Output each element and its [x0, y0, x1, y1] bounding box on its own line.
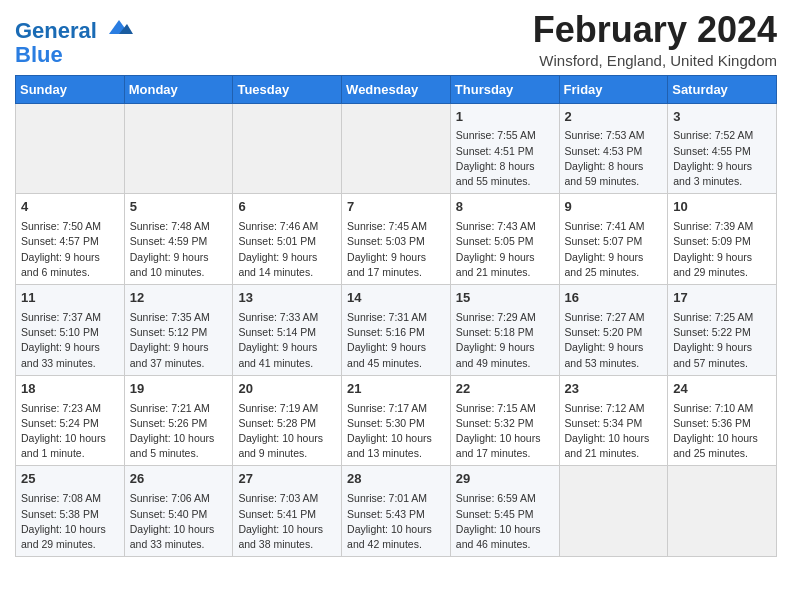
cell-info: and 29 minutes.: [21, 537, 119, 552]
cell-info: Sunrise: 7:39 AM: [673, 219, 771, 234]
cell-info: Daylight: 10 hours: [347, 431, 445, 446]
cell-info: and 41 minutes.: [238, 356, 336, 371]
cell-info: Sunrise: 7:17 AM: [347, 401, 445, 416]
calendar-cell: 19Sunrise: 7:21 AMSunset: 5:26 PMDayligh…: [124, 375, 233, 466]
cell-info: Daylight: 10 hours: [21, 431, 119, 446]
cell-info: and 38 minutes.: [238, 537, 336, 552]
logo-line2: Blue: [15, 42, 63, 67]
calendar-cell: 18Sunrise: 7:23 AMSunset: 5:24 PMDayligh…: [16, 375, 125, 466]
day-number: 6: [238, 198, 336, 217]
week-row-2: 4Sunrise: 7:50 AMSunset: 4:57 PMDaylight…: [16, 194, 777, 285]
calendar-cell: 15Sunrise: 7:29 AMSunset: 5:18 PMDayligh…: [450, 285, 559, 376]
cell-info: Sunrise: 7:55 AM: [456, 128, 554, 143]
cell-info: Daylight: 9 hours: [21, 340, 119, 355]
cell-info: Daylight: 8 hours: [565, 159, 663, 174]
cell-info: Sunrise: 7:31 AM: [347, 310, 445, 325]
calendar-cell: [233, 103, 342, 194]
calendar-cell: 13Sunrise: 7:33 AMSunset: 5:14 PMDayligh…: [233, 285, 342, 376]
day-number: 7: [347, 198, 445, 217]
day-number: 9: [565, 198, 663, 217]
cell-info: Sunset: 4:55 PM: [673, 144, 771, 159]
cell-info: and 21 minutes.: [456, 265, 554, 280]
calendar-cell: 23Sunrise: 7:12 AMSunset: 5:34 PMDayligh…: [559, 375, 668, 466]
day-number: 17: [673, 289, 771, 308]
cell-info: Sunset: 5:24 PM: [21, 416, 119, 431]
cell-info: Sunset: 5:16 PM: [347, 325, 445, 340]
cell-info: Daylight: 10 hours: [347, 522, 445, 537]
cell-info: and 1 minute.: [21, 446, 119, 461]
header-monday: Monday: [124, 75, 233, 103]
cell-info: Daylight: 9 hours: [456, 340, 554, 355]
calendar-cell: 12Sunrise: 7:35 AMSunset: 5:12 PMDayligh…: [124, 285, 233, 376]
cell-info: and 17 minutes.: [456, 446, 554, 461]
logo-text: General Blue: [15, 16, 133, 67]
cell-info: Daylight: 9 hours: [347, 340, 445, 355]
cell-info: Sunrise: 7:41 AM: [565, 219, 663, 234]
cell-info: Sunrise: 7:03 AM: [238, 491, 336, 506]
cell-info: and 6 minutes.: [21, 265, 119, 280]
cell-info: Sunrise: 7:19 AM: [238, 401, 336, 416]
cell-info: and 55 minutes.: [456, 174, 554, 189]
calendar-cell: [124, 103, 233, 194]
cell-info: Daylight: 10 hours: [130, 522, 228, 537]
cell-info: Sunrise: 7:35 AM: [130, 310, 228, 325]
logo-icon: [105, 16, 133, 38]
logo-line1: General: [15, 18, 97, 43]
cell-info: and 10 minutes.: [130, 265, 228, 280]
cell-info: and 59 minutes.: [565, 174, 663, 189]
calendar-cell: 29Sunrise: 6:59 AMSunset: 5:45 PMDayligh…: [450, 466, 559, 557]
cell-info: Sunset: 5:32 PM: [456, 416, 554, 431]
calendar-cell: 6Sunrise: 7:46 AMSunset: 5:01 PMDaylight…: [233, 194, 342, 285]
header-saturday: Saturday: [668, 75, 777, 103]
day-number: 23: [565, 380, 663, 399]
cell-info: and 5 minutes.: [130, 446, 228, 461]
cell-info: Sunrise: 7:33 AM: [238, 310, 336, 325]
cell-info: Sunrise: 7:15 AM: [456, 401, 554, 416]
day-number: 1: [456, 108, 554, 127]
day-number: 27: [238, 470, 336, 489]
cell-info: Sunset: 4:57 PM: [21, 234, 119, 249]
cell-info: Daylight: 9 hours: [565, 340, 663, 355]
cell-info: Sunrise: 7:21 AM: [130, 401, 228, 416]
cell-info: Daylight: 10 hours: [130, 431, 228, 446]
cell-info: Daylight: 9 hours: [21, 250, 119, 265]
day-number: 20: [238, 380, 336, 399]
calendar-cell: 7Sunrise: 7:45 AMSunset: 5:03 PMDaylight…: [342, 194, 451, 285]
day-number: 14: [347, 289, 445, 308]
cell-info: Sunset: 5:38 PM: [21, 507, 119, 522]
cell-info: Sunrise: 7:48 AM: [130, 219, 228, 234]
calendar-cell: 28Sunrise: 7:01 AMSunset: 5:43 PMDayligh…: [342, 466, 451, 557]
day-number: 26: [130, 470, 228, 489]
cell-info: Sunrise: 7:27 AM: [565, 310, 663, 325]
cell-info: and 25 minutes.: [565, 265, 663, 280]
cell-info: Daylight: 9 hours: [673, 159, 771, 174]
cell-info: Sunset: 5:30 PM: [347, 416, 445, 431]
day-number: 5: [130, 198, 228, 217]
calendar-table: SundayMondayTuesdayWednesdayThursdayFrid…: [15, 75, 777, 558]
day-number: 16: [565, 289, 663, 308]
calendar-cell: 14Sunrise: 7:31 AMSunset: 5:16 PMDayligh…: [342, 285, 451, 376]
day-number: 29: [456, 470, 554, 489]
calendar-cell: 5Sunrise: 7:48 AMSunset: 4:59 PMDaylight…: [124, 194, 233, 285]
logo: General Blue: [15, 16, 133, 67]
cell-info: Daylight: 10 hours: [673, 431, 771, 446]
day-number: 25: [21, 470, 119, 489]
calendar-cell: 24Sunrise: 7:10 AMSunset: 5:36 PMDayligh…: [668, 375, 777, 466]
cell-info: Sunrise: 6:59 AM: [456, 491, 554, 506]
cell-info: Sunset: 5:41 PM: [238, 507, 336, 522]
cell-info: Sunrise: 7:53 AM: [565, 128, 663, 143]
calendar-cell: 21Sunrise: 7:17 AMSunset: 5:30 PMDayligh…: [342, 375, 451, 466]
header-wednesday: Wednesday: [342, 75, 451, 103]
calendar-cell: 22Sunrise: 7:15 AMSunset: 5:32 PMDayligh…: [450, 375, 559, 466]
cell-info: and 33 minutes.: [130, 537, 228, 552]
calendar-cell: [559, 466, 668, 557]
cell-info: Sunset: 5:01 PM: [238, 234, 336, 249]
cell-info: Sunrise: 7:37 AM: [21, 310, 119, 325]
cell-info: Sunset: 5:18 PM: [456, 325, 554, 340]
calendar-cell: 10Sunrise: 7:39 AMSunset: 5:09 PMDayligh…: [668, 194, 777, 285]
cell-info: Daylight: 10 hours: [565, 431, 663, 446]
cell-info: Sunset: 5:34 PM: [565, 416, 663, 431]
cell-info: and 29 minutes.: [673, 265, 771, 280]
cell-info: Sunrise: 7:29 AM: [456, 310, 554, 325]
cell-info: and 14 minutes.: [238, 265, 336, 280]
